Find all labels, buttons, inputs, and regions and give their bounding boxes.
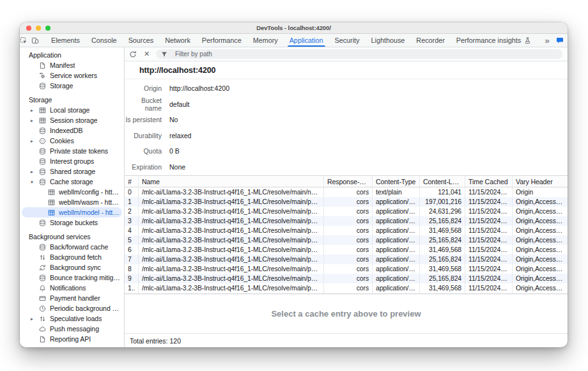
cache-entry-row[interactable]: 9/mlc-ai/Llama-3.2-3B-Instruct-q4f16_1-M… [125,274,568,283]
tab-network[interactable]: Network [159,34,196,47]
tab-security[interactable]: Security [329,34,366,47]
cache-entry-row[interactable]: 7/mlc-ai/Llama-3.2-3B-Instruct-q4f16_1-M… [125,255,568,264]
table-body: 0/mlc-ai/Llama-3.2-3B-Instruct-q4f16_1-M… [125,187,568,294]
sidebar-item-periodic-background-sync[interactable]: Periodic background sync [22,303,122,313]
sidebar-item-interest-groups[interactable]: Interest groups [22,156,122,166]
sidebar-item-service-workers[interactable]: Service workers [22,70,122,81]
tab-console[interactable]: Console [86,34,123,47]
sidebar-item-back-forward-cache[interactable]: Back/forward cache [22,242,122,252]
cache-entry-row[interactable]: 8/mlc-ai/Llama-3.2-3B-Instruct-q4f16_1-M… [125,264,568,274]
cache-entry-row[interactable]: 1/mlc-ai/Llama-3.2-3B-Instruct-q4f16_1-M… [125,197,568,207]
tab-label: Application [290,36,323,44]
column-header-content-type[interactable]: Content-Type [373,176,420,187]
cell-text: Origin,Access… [516,198,562,205]
column-header-label: Response-Type [327,178,369,186]
up-down-arrows-icon [38,315,46,322]
cache-entry-row[interactable]: 10/mlc-ai/Llama-3.2-3B-Instruct-q4f16_1-… [125,283,568,293]
cache-entry-row[interactable]: 5/mlc-ai/Llama-3.2-3B-Instruct-q4f16_1-M… [125,235,568,245]
disclosure-arrow-icon[interactable]: ▸ [31,118,38,123]
cache-entry-row[interactable]: 4/mlc-ai/Llama-3.2-3B-Instruct-q4f16_1-M… [125,226,568,235]
sidebar-item-cache-storage[interactable]: ▾Cache storage [22,177,122,187]
sidebar-item-private-state-tokens[interactable]: Private state tokens [22,146,122,156]
cache-entry-row[interactable]: 0/mlc-ai/Llama-3.2-3B-Instruct-q4f16_1-M… [125,187,568,197]
cache-entry-row[interactable]: 3/mlc-ai/Llama-3.2-3B-Instruct-q4f16_1-M… [125,216,568,226]
sidebar-item-speculative-loads[interactable]: ▸Speculative loads [22,313,122,324]
sidebar-item-cookies[interactable]: ▸Cookies [22,136,122,146]
column-header-vary-header[interactable]: Vary Header [513,176,568,187]
tab-sources[interactable]: Sources [123,34,160,47]
filter-by-path-input[interactable]: Filter by path [156,49,562,59]
sidebar-item-label: Payment handler [50,294,100,302]
sidebar-item-bounce-tracking-mitigations[interactable]: Bounce tracking mitigations [22,272,122,283]
sidebar-item-manifest[interactable]: Manifest [22,60,122,70]
cache-entry-row[interactable]: 2/mlc-ai/Llama-3.2-3B-Instruct-q4f16_1-M… [125,207,568,216]
service-worker-gear-icon [38,72,46,79]
disclosure-arrow-icon[interactable]: ▸ [31,169,38,175]
cell-vary-header: Origin,Access… [513,283,568,293]
tab-recorder[interactable]: Recorder [410,34,450,47]
cell-text: 11/15/2024, 10… [468,189,509,196]
cache-entry-row[interactable]: 6/mlc-ai/Llama-3.2-3B-Instruct-q4f16_1-M… [125,245,568,255]
refresh-button[interactable] [128,49,141,60]
disclosure-arrow-icon[interactable]: ▾ [31,179,38,185]
sidebar-item-webllm-model-http-loc[interactable]: webllm/model - http://loc… [22,207,122,217]
tab-memory[interactable]: Memory [247,34,284,47]
tab-label: Network [165,36,190,44]
sidebar-item-background-fetch[interactable]: Background fetch [22,252,122,262]
cell-: 0 [125,187,139,197]
cell-text: application/oc… [376,246,416,253]
column-header-response-type[interactable]: Response-Type [324,176,373,187]
sidebar-item-webllm-wasm-http-loca[interactable]: webllm/wasm - http://loca… [22,197,122,207]
sidebar-item-label: Shared storage [50,168,95,175]
cell-text: Origin,Access… [516,246,562,253]
database-icon [38,82,46,90]
cell-name: /mlc-ai/Llama-3.2-3B-Instruct-q4f16_1-ML… [139,283,324,293]
disclosure-arrow-icon[interactable]: ▸ [31,138,38,144]
sidebar-section-storage: Storage [20,95,124,105]
disclosure-arrow-icon[interactable]: ▸ [31,107,38,113]
device-toolbar-button[interactable] [31,34,43,47]
cell-text: Origin,Access… [516,256,562,263]
sidebar-item-session-storage[interactable]: ▸Session storage [22,115,122,125]
column-header-[interactable]: # [125,176,139,187]
tab-performance-insights[interactable]: Performance insights [451,34,541,47]
sidebar-item-indexeddb[interactable]: IndexedDB [22,125,122,136]
column-header-time-cached[interactable]: Time Cached [465,176,513,187]
bell-icon [38,284,46,292]
inspect-element-button[interactable] [20,34,31,47]
sidebar-item-webllm-config-http-loc[interactable]: webllm/config - http://loc… [22,187,122,197]
sidebar-item-background-sync[interactable]: Background sync [22,262,122,272]
sidebar-item-push-messaging[interactable]: Push messaging [22,324,122,334]
cell-text: 2 [128,208,132,215]
tab-performance[interactable]: Performance [196,34,247,47]
sidebar-item-local-storage[interactable]: ▸Local storage [22,105,122,115]
up-down-arrows-icon [38,253,46,261]
cell-name: /mlc-ai/Llama-3.2-3B-Instruct-q4f16_1-ML… [139,187,324,197]
column-header-name[interactable]: Name [139,176,324,187]
clear-button[interactable]: ✕ [141,49,153,60]
cell-text: /mlc-ai/Llama-3.2-3B-Instruct-q4f16_1-ML… [142,285,320,292]
cell-response-type: cors [324,216,373,226]
tab-application[interactable]: Application [284,34,329,47]
database-icon [38,157,46,165]
sidebar-item-payment-handler[interactable]: Payment handler [22,293,122,303]
sidebar-item-storage[interactable]: Storage [22,81,122,91]
issues-button[interactable]: 3 [553,36,568,44]
cell-text: cors [357,208,369,215]
cell-content-length: 31,469,568 [420,283,465,293]
cell-text: 25,165,824 [429,256,461,263]
sidebar-item-reporting-api[interactable]: Reporting API [22,334,122,344]
more-tabs-button[interactable]: » [541,36,553,45]
sidebar-item-shared-storage[interactable]: ▸Shared storage [22,166,122,177]
tab-lighthouse[interactable]: Lighthouse [366,34,411,47]
cell-text: application/oc… [376,198,416,205]
cell-text: 11/15/2024, 10… [468,217,509,225]
sidebar-item-notifications[interactable]: Notifications [22,283,122,293]
column-header-content-length[interactable]: Content-Length [420,176,465,187]
table-icon [38,116,46,124]
sidebar-item-storage-buckets[interactable]: Storage buckets [22,217,122,228]
cell-: 7 [125,255,139,264]
tab-elements[interactable]: Elements [45,34,86,47]
database-icon [38,147,46,155]
disclosure-arrow-icon[interactable]: ▸ [31,316,38,322]
